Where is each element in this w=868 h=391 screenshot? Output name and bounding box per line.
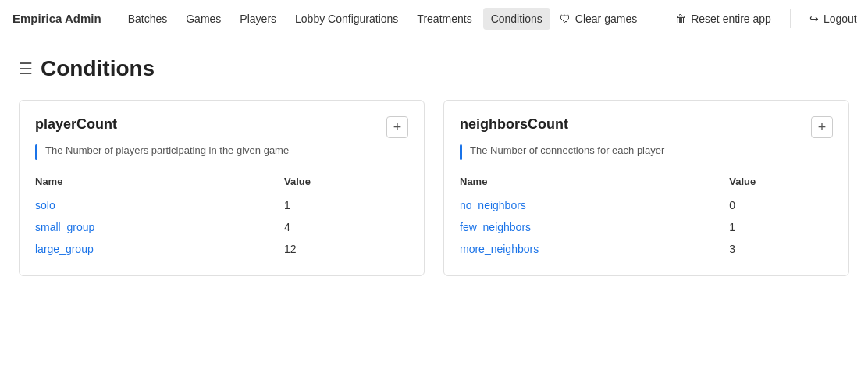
reset-entire-app-label: Reset entire app (691, 12, 771, 25)
nav-actions: 🛡Clear games🗑Reset entire app↪Logout (550, 8, 866, 30)
card-description-playerCount: The Number of players participating in t… (45, 144, 289, 156)
condition-table-neighborsCount: NameValueno_neighbors0few_neighbors1more… (460, 172, 833, 260)
row-name-cell: solo (35, 194, 284, 217)
nav-action-reset-entire-app[interactable]: 🗑Reset entire app (666, 8, 781, 30)
col-header-value-neighborsCount: Value (729, 172, 833, 194)
card-desc-row-neighborsCount: The Number of connections for each playe… (460, 144, 833, 160)
page-content: ☰ Conditions playerCount+The Number of p… (0, 37, 868, 295)
nav-link-conditions[interactable]: Conditions (483, 8, 550, 30)
logout-icon: ↪ (809, 12, 819, 25)
clear-games-label: Clear games (575, 12, 637, 25)
nav-link-treatments[interactable]: Treatments (409, 8, 479, 30)
row-value-cell: 3 (729, 238, 833, 260)
table-row: small_group4 (35, 216, 408, 238)
table-row: more_neighbors3 (460, 238, 833, 260)
row-name-cell: few_neighbors (460, 216, 729, 238)
col-header-name-playerCount: Name (35, 172, 284, 194)
page-title-row: ☰ Conditions (19, 56, 849, 81)
cards-row: playerCount+The Number of players partic… (19, 100, 849, 276)
nav-links: BatchesGamesPlayersLobby ConfigurationsT… (120, 8, 550, 30)
nav-brand: Empirica Admin (12, 12, 101, 25)
row-value-cell: 1 (729, 216, 833, 238)
row-name-cell: large_group (35, 238, 284, 260)
page-title: Conditions (41, 56, 155, 81)
row-value-cell: 12 (284, 238, 408, 260)
col-header-name-neighborsCount: Name (460, 172, 729, 194)
nav-action-logout[interactable]: ↪Logout (800, 8, 866, 30)
nav-divider (790, 9, 791, 28)
condition-table-playerCount: NameValuesolo1small_group4large_group12 (35, 172, 408, 260)
row-value-cell: 1 (284, 194, 408, 217)
row-name-cell: no_neighbors (460, 194, 729, 217)
clear-games-icon: 🛡 (560, 12, 571, 25)
table-row: large_group12 (35, 238, 408, 260)
card-add-button-playerCount[interactable]: + (386, 116, 408, 138)
navbar: Empirica Admin BatchesGamesPlayersLobby … (0, 0, 868, 37)
card-desc-row-playerCount: The Number of players participating in t… (35, 144, 408, 160)
nav-action-clear-games[interactable]: 🛡Clear games (550, 8, 646, 30)
card-add-button-neighborsCount[interactable]: + (811, 116, 833, 138)
nav-link-batches[interactable]: Batches (120, 8, 176, 30)
card-title-playerCount: playerCount (35, 116, 117, 133)
row-name-cell: more_neighbors (460, 238, 729, 260)
card-header-playerCount: playerCount+ (35, 116, 408, 138)
row-value-cell: 4 (284, 216, 408, 238)
table-row: solo1 (35, 194, 408, 217)
nav-link-players[interactable]: Players (232, 8, 284, 30)
card-title-neighborsCount: neighborsCount (460, 116, 568, 133)
row-name-cell: small_group (35, 216, 284, 238)
card-neighborsCount: neighborsCount+The Number of connections… (443, 100, 849, 276)
nav-link-lobby-configurations[interactable]: Lobby Configurations (287, 8, 406, 30)
table-row: no_neighbors0 (460, 194, 833, 217)
card-desc-bar-playerCount (35, 144, 37, 160)
card-playerCount: playerCount+The Number of players partic… (19, 100, 425, 276)
nav-divider (656, 9, 656, 28)
row-value-cell: 0 (729, 194, 833, 217)
card-desc-bar-neighborsCount (460, 144, 462, 160)
nav-link-games[interactable]: Games (178, 8, 229, 30)
col-header-value-playerCount: Value (284, 172, 408, 194)
card-description-neighborsCount: The Number of connections for each playe… (470, 144, 664, 156)
card-header-neighborsCount: neighborsCount+ (460, 116, 833, 138)
table-row: few_neighbors1 (460, 216, 833, 238)
list-icon: ☰ (19, 59, 33, 78)
reset-entire-app-icon: 🗑 (675, 12, 686, 25)
logout-label: Logout (824, 12, 857, 25)
